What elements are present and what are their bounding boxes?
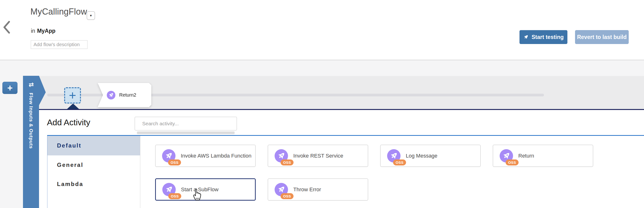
activity-tile-start-a-subflow[interactable]: OSS Start a SubFlow <box>155 178 256 201</box>
tile-label: Invoke REST Service <box>293 153 343 159</box>
activity-icon: OSS <box>274 183 288 196</box>
oss-badge: OSS <box>168 160 181 166</box>
start-testing-label: Start testing <box>532 34 564 40</box>
revert-to-last-build-button[interactable]: Revert to last build <box>575 30 629 44</box>
insert-activity-tile[interactable]: + <box>64 87 81 104</box>
oss-badge: OSS <box>393 160 406 166</box>
swap-arrows-icon: ⇅ <box>27 82 35 87</box>
activity-tile-grid: OSS Invoke AWS Lambda Function OSS Invok… <box>155 145 605 201</box>
activity-tile-log-message[interactable]: OSS Log Message <box>380 145 481 167</box>
oss-badge: OSS <box>280 193 294 199</box>
activity-tile-invoke-rest-service[interactable]: OSS Invoke REST Service <box>268 145 368 167</box>
activity-tile-invoke-aws-lambda[interactable]: OSS Invoke AWS Lambda Function <box>155 145 256 167</box>
tile-label: Throw Error <box>293 187 321 193</box>
location-prefix: in <box>31 28 35 34</box>
rocket-icon <box>523 34 529 40</box>
add-activity-title: Add Activity <box>47 118 90 127</box>
activity-icon: OSS <box>162 183 176 196</box>
oss-badge: OSS <box>168 193 181 199</box>
activity-rocket-icon <box>107 91 116 99</box>
flow-description-input[interactable] <box>31 40 88 49</box>
title-dropdown-button[interactable]: ▾ <box>87 11 95 20</box>
add-flow-element-button[interactable]: + <box>2 82 18 94</box>
category-item-lambda[interactable]: Lambda <box>48 175 140 194</box>
page-title: MyCallingFlow <box>30 7 87 17</box>
start-testing-button[interactable]: Start testing <box>520 30 568 44</box>
activity-icon: OSS <box>274 149 288 163</box>
flow-editor-page: MyCallingFlow ▾ inMyApp Start testing Re… <box>0 0 644 208</box>
oss-badge: OSS <box>506 160 518 166</box>
oss-badge: OSS <box>280 160 294 166</box>
tile-label: Return <box>518 153 534 159</box>
category-item-general[interactable]: General <box>48 155 140 175</box>
plus-icon: + <box>69 89 76 102</box>
caret-down-icon: ▾ <box>90 13 92 17</box>
revert-label: Revert to last build <box>577 34 626 40</box>
flow-node-return2[interactable]: Return2 <box>98 83 151 107</box>
chevron-left-icon <box>2 31 11 35</box>
search-activity-input[interactable] <box>134 117 237 131</box>
activity-icon: OSS <box>500 149 513 163</box>
activity-tile-return[interactable]: OSS Return <box>493 145 593 167</box>
category-item-default[interactable]: Default <box>48 136 140 155</box>
app-name: MyApp <box>37 28 56 34</box>
back-button[interactable] <box>2 20 12 34</box>
search-input-shadow <box>137 132 234 134</box>
tile-label: Invoke AWS Lambda Function <box>181 153 252 159</box>
flow-location: inMyApp <box>31 28 56 34</box>
tile-label: Log Message <box>406 153 438 159</box>
activity-tile-throw-error[interactable]: OSS Throw Error <box>268 178 368 201</box>
activity-icon: OSS <box>387 149 400 163</box>
flow-io-tab-label: Flow Inputs & Outputs <box>28 93 34 149</box>
node-label: Return2 <box>119 92 136 98</box>
activity-category-list: Default General Lambda <box>47 136 140 208</box>
popup-callout-arrow <box>67 104 79 109</box>
tile-label: Start a SubFlow <box>181 187 218 193</box>
activity-icon: OSS <box>162 149 176 163</box>
